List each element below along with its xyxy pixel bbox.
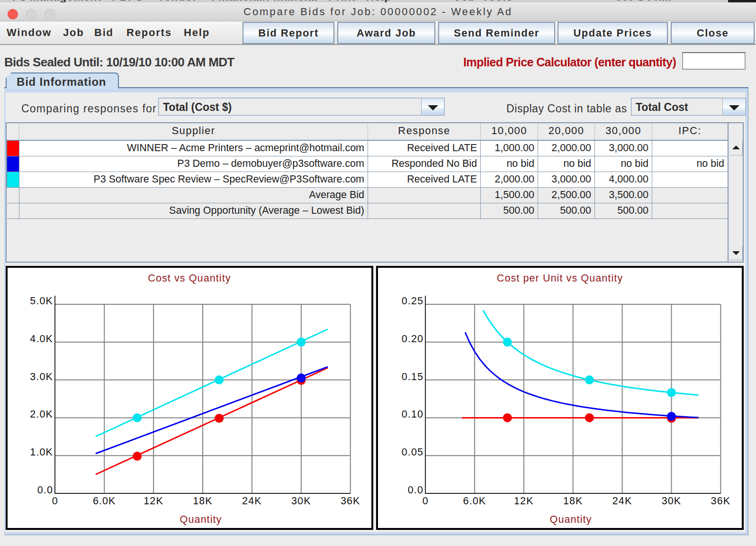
svg-text:12K: 12K xyxy=(514,495,534,507)
svg-text:24K: 24K xyxy=(612,495,632,507)
svg-text:0.05: 0.05 xyxy=(402,446,423,458)
svg-text:0: 0 xyxy=(52,495,58,507)
svg-text:2.0K: 2.0K xyxy=(30,409,53,420)
svg-text:0.25: 0.25 xyxy=(402,295,423,307)
svg-text:Quantity: Quantity xyxy=(180,514,222,525)
svg-text:5.0K: 5.0K xyxy=(30,295,53,307)
svg-text:36K: 36K xyxy=(711,495,731,507)
svg-text:Cost vs Quantity: Cost vs Quantity xyxy=(148,273,231,284)
svg-text:18K: 18K xyxy=(563,495,583,507)
svg-text:3.0K: 3.0K xyxy=(30,371,53,382)
svg-text:30K: 30K xyxy=(662,495,682,507)
svg-text:Quantity: Quantity xyxy=(550,514,592,525)
svg-text:4.0K: 4.0K xyxy=(30,333,53,345)
svg-text:0.10: 0.10 xyxy=(402,409,423,420)
svg-text:0.15: 0.15 xyxy=(402,371,423,382)
svg-text:36K: 36K xyxy=(341,495,360,507)
svg-text:6.0K: 6.0K xyxy=(463,495,486,507)
svg-text:1.0K: 1.0K xyxy=(30,446,53,458)
svg-text:0.20: 0.20 xyxy=(402,333,423,345)
svg-text:18K: 18K xyxy=(193,495,213,507)
svg-text:Cost per Unit vs Quantity: Cost per Unit vs Quantity xyxy=(497,273,623,284)
svg-text:0: 0 xyxy=(423,495,429,507)
svg-text:24K: 24K xyxy=(242,495,262,507)
svg-text:30K: 30K xyxy=(291,495,311,507)
svg-text:0.0: 0.0 xyxy=(37,484,53,496)
svg-text:0.0: 0.0 xyxy=(408,484,423,496)
svg-text:6.0K: 6.0K xyxy=(93,495,116,507)
svg-text:12K: 12K xyxy=(144,495,163,507)
